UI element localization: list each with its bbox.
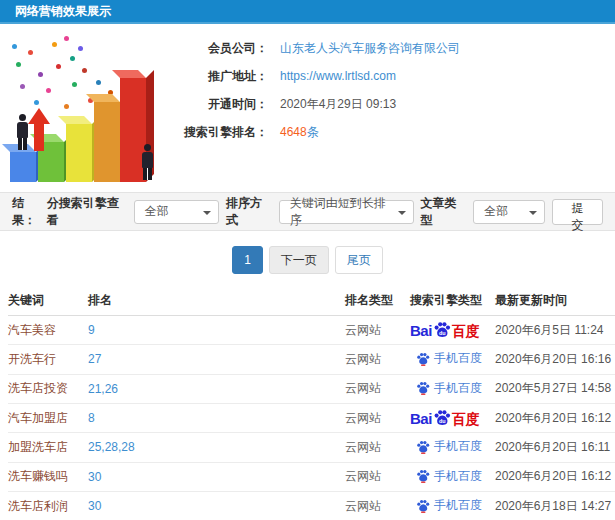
updated-time-cell: 2020年6月20日 16:12 xyxy=(495,404,615,433)
rank-link[interactable]: 30 xyxy=(88,499,101,513)
engine-rank-label: 搜索引擎排名： xyxy=(160,124,268,141)
keyword-cell: 洗车赚钱吗 xyxy=(8,462,88,492)
businessman-figure-left xyxy=(15,114,29,150)
engine-filter-label: 分搜索引擎查看 xyxy=(47,195,127,229)
mobile-baidu-paw-icon xyxy=(416,381,430,395)
table-row: 洗车赚钱吗 30 云网站 手机百度 2020年6月20日 16:12 xyxy=(8,462,615,492)
engine-rank-row: 搜索引擎排名： 4648条 xyxy=(160,118,615,146)
marketing-illustration xyxy=(2,26,160,190)
rank-link[interactable]: 8 xyxy=(88,411,95,425)
rank-type-cell: 云网站 xyxy=(345,345,410,375)
mobile-baidu-paw-icon xyxy=(416,352,430,366)
pagination: 1 下一页 尾页 xyxy=(0,231,615,286)
page-1-button[interactable]: 1 xyxy=(232,246,263,274)
table-header-row: 关键词 排名 排名类型 搜索引擎类型 最新更新时间 xyxy=(8,286,615,316)
bar-graphic-yellow xyxy=(66,124,92,182)
rank-link[interactable]: 25,28,28 xyxy=(88,440,135,454)
submit-button[interactable]: 提交 xyxy=(552,199,603,225)
baidu-logo: Bai du 百度 xyxy=(410,409,480,426)
article-type-label: 文章类型 xyxy=(421,195,467,229)
bar-graphic-blue xyxy=(10,152,36,182)
keyword-cell: 洗车店利润 xyxy=(8,492,88,520)
open-time-value: 2020年4月29日 09:13 xyxy=(280,96,396,113)
filter-bar: 结果： 分搜索引擎查看 全部 排序方式 关键词由短到长排序 文章类型 全部 提交 xyxy=(0,192,615,231)
mobile-baidu-paw-icon xyxy=(416,469,430,483)
next-page-button[interactable]: 下一页 xyxy=(269,246,329,274)
open-time-label: 开通时间： xyxy=(160,96,268,113)
updated-time-cell: 2020年6月20日 16:12 xyxy=(495,462,615,492)
baidu-logo-du-text: 百度 xyxy=(452,324,480,338)
table-row: 加盟洗车店 25,28,28 云网站 手机百度 2020年6月20日 16:11 xyxy=(8,433,615,463)
arrow-up-icon xyxy=(28,108,50,154)
page: 网络营销效果展示 会员公司： 山东老人头汽车服务咨询有限公司 推广地址： htt… xyxy=(0,0,615,520)
chevron-down-icon xyxy=(398,211,406,215)
th-keyword: 关键词 xyxy=(8,286,88,316)
table-row: 洗车店利润 30 云网站 手机百度 2020年6月18日 14:27 xyxy=(8,492,615,520)
table-body: 汽车美容 9 云网站 Bai du 百度 2020年6月5日 11:24 开洗车… xyxy=(8,316,615,520)
rank-type-cell: 云网站 xyxy=(345,316,410,345)
engine-filter-value: 全部 xyxy=(145,203,169,220)
rank-type-cell: 云网站 xyxy=(345,462,410,492)
last-page-button[interactable]: 尾页 xyxy=(335,246,383,274)
article-type-select[interactable]: 全部 xyxy=(473,200,545,224)
engine-logo-cell: 手机百度 xyxy=(410,462,495,492)
engine-rank-count: 4648 xyxy=(280,125,307,139)
rank-type-cell: 云网站 xyxy=(345,404,410,433)
mobile-baidu-label: 手机百度 xyxy=(434,350,482,367)
updated-time-cell: 2020年6月18日 14:27 xyxy=(495,492,615,520)
baidu-logo-du-text: 百度 xyxy=(452,412,480,426)
result-label: 结果： xyxy=(12,195,47,229)
engine-rank-unit-link[interactable]: 条 xyxy=(307,125,319,139)
sort-filter-select[interactable]: 关键词由短到长排序 xyxy=(279,200,414,224)
updated-time-cell: 2020年6月5日 11:24 xyxy=(495,316,615,345)
mobile-baidu-label: 手机百度 xyxy=(434,497,482,514)
engine-logo-cell: 手机百度 xyxy=(410,345,495,375)
keyword-cell: 汽车加盟店 xyxy=(8,404,88,433)
baidu-logo: Bai du 百度 xyxy=(410,321,480,338)
th-rank-type: 排名类型 xyxy=(345,286,410,316)
confetti-graphic xyxy=(64,36,69,41)
mobile-baidu-logo: 手机百度 xyxy=(410,380,482,397)
baidu-paw-icon: du xyxy=(433,321,451,339)
rank-link[interactable]: 27 xyxy=(88,352,101,366)
company-info-list: 会员公司： 山东老人头汽车服务咨询有限公司 推广地址： https://www.… xyxy=(160,24,615,192)
chevron-down-icon xyxy=(203,211,211,215)
info-section: 会员公司： 山东老人头汽车服务咨询有限公司 推广地址： https://www.… xyxy=(0,24,615,192)
mobile-baidu-logo: 手机百度 xyxy=(410,350,482,367)
rank-type-cell: 云网站 xyxy=(345,374,410,404)
baidu-logo-bai-text: Bai xyxy=(410,323,432,338)
updated-time-cell: 2020年6月20日 16:16 xyxy=(495,345,615,375)
mobile-baidu-logo: 手机百度 xyxy=(410,468,482,485)
table-row: 汽车加盟店 8 云网站 Bai du 百度 2020年6月20日 16:12 xyxy=(8,404,615,433)
mobile-baidu-paw-icon xyxy=(416,440,430,454)
keyword-cell: 开洗车行 xyxy=(8,345,88,375)
promo-url-row: 推广地址： https://www.lrtlsd.com xyxy=(160,62,615,90)
member-company-row: 会员公司： 山东老人头汽车服务咨询有限公司 xyxy=(160,34,615,62)
table-row: 汽车美容 9 云网站 Bai du 百度 2020年6月5日 11:24 xyxy=(8,316,615,345)
rank-type-cell: 云网站 xyxy=(345,433,410,463)
mobile-baidu-logo: 手机百度 xyxy=(410,438,482,455)
rank-link[interactable]: 30 xyxy=(88,470,101,484)
mobile-baidu-label: 手机百度 xyxy=(434,468,482,485)
member-company-link[interactable]: 山东老人头汽车服务咨询有限公司 xyxy=(280,40,460,57)
rank-link[interactable]: 21,26 xyxy=(88,382,118,396)
mobile-baidu-logo: 手机百度 xyxy=(410,497,482,514)
table-row: 洗车店投资 21,26 云网站 手机百度 2020年5月27日 14:58 xyxy=(8,374,615,404)
filter-controls: 分搜索引擎查看 全部 排序方式 关键词由短到长排序 文章类型 全部 提交 xyxy=(47,195,603,229)
promo-url-link[interactable]: https://www.lrtlsd.com xyxy=(280,69,396,83)
rank-link[interactable]: 9 xyxy=(88,323,95,337)
th-engine-type: 搜索引擎类型 xyxy=(410,286,495,316)
page-title: 网络营销效果展示 xyxy=(15,3,111,20)
keyword-cell: 洗车店投资 xyxy=(8,374,88,404)
promo-url-label: 推广地址： xyxy=(160,68,268,85)
engine-filter-select[interactable]: 全部 xyxy=(134,200,219,224)
bar-graphic-orange xyxy=(94,102,120,182)
baidu-paw-du-text: du xyxy=(439,330,446,336)
page-header: 网络营销效果展示 xyxy=(0,0,615,24)
keyword-rank-table: 关键词 排名 排名类型 搜索引擎类型 最新更新时间 汽车美容 9 云网站 Bai… xyxy=(8,286,615,520)
engine-logo-cell: Bai du 百度 xyxy=(410,404,495,433)
keyword-cell: 汽车美容 xyxy=(8,316,88,345)
mobile-baidu-label: 手机百度 xyxy=(434,438,482,455)
engine-logo-cell: Bai du 百度 xyxy=(410,316,495,345)
mobile-baidu-paw-icon xyxy=(416,499,430,513)
